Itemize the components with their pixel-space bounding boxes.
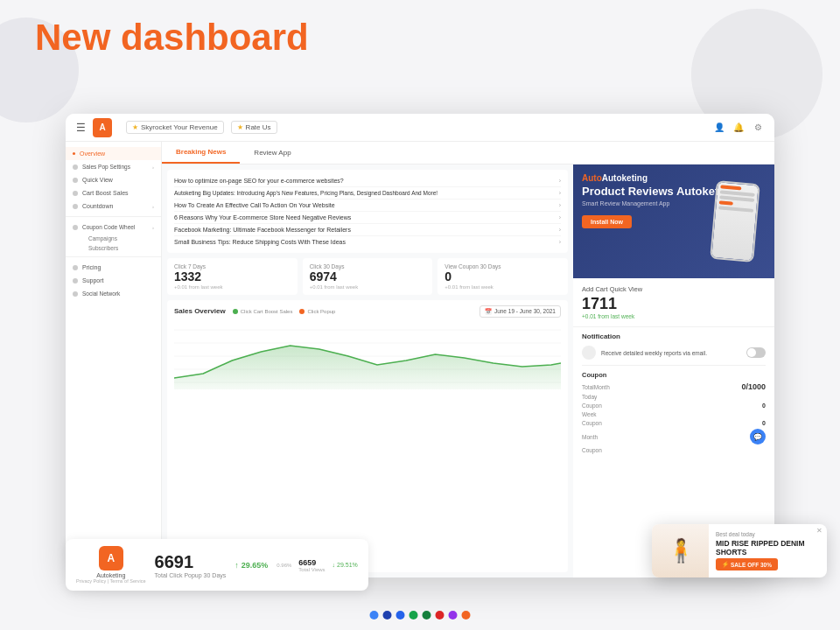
topbar: ☰ A ★ Skyrocket Your Revenue ★ Rate Us 👤… [66, 114, 774, 142]
coupon-today-val-row: Coupon 0 [582, 402, 766, 409]
legend-dot-green [233, 309, 238, 314]
chevron-right-icon-3: › [152, 225, 154, 230]
arrow-up-icon: ↑ [234, 561, 239, 570]
deal-person-image: 🧍 [667, 537, 695, 564]
footer-sub-stat-2: 6659 Total Views [298, 558, 325, 572]
skyrocket-btn[interactable]: ★ Skyrocket Your Revenue [126, 121, 224, 134]
notification-toggle[interactable] [746, 347, 766, 358]
footer-logo: A Autoketing Privacy Policy | Terms of S… [76, 546, 146, 584]
notif-avatar [582, 346, 596, 360]
sidebar-item-cart-boost[interactable]: Cart Boost Sales [66, 186, 161, 200]
sidebar-item-overview[interactable]: Overview [66, 147, 161, 160]
footer-badge-2: ↓ 29.51% [332, 562, 358, 568]
phone-mockup [710, 180, 760, 262]
settings-icon[interactable]: ⚙ [752, 122, 764, 134]
sidebar-item-quickview[interactable]: Quick View [66, 173, 161, 186]
content-area: Breaking News Review App How to optimize… [162, 142, 774, 578]
tab-bar: Breaking News Review App [162, 142, 774, 164]
chart-svg [174, 321, 561, 391]
footer-stat-2-row: 0.96% 6659 Total Views ↓ 29.51% [276, 558, 357, 572]
promo-banner: AutoAutoketing Product Reviews Autoketin… [573, 164, 774, 278]
dot-8[interactable] [462, 611, 471, 620]
news-item-4[interactable]: 6 Reasons Why Your E-commerce Store Need… [174, 212, 561, 224]
phone-line-1 [720, 185, 741, 190]
chat-icon[interactable]: 💬 [750, 429, 766, 444]
footer-badge-1: ↑ 29.65% [234, 561, 268, 570]
coupon-wheel-dot [73, 225, 78, 230]
news-item-6[interactable]: Small Business Tips: Reduce Shipping Cos… [174, 236, 561, 248]
main-content: Overview Sales Pop Settings › Quick View… [66, 142, 774, 578]
tab-breaking-news[interactable]: Breaking News [162, 142, 240, 164]
overview-dot [73, 152, 75, 155]
bell-icon[interactable]: 🔔 [732, 122, 745, 134]
menu-icon[interactable]: ☰ [76, 122, 86, 134]
chevron-right-news-1: › [559, 178, 561, 184]
dashboard-container: ☰ A ★ Skyrocket Your Revenue ★ Rate Us 👤… [66, 114, 774, 578]
cart-quickview: Add Cart Quick View 1711 +0.01 from last… [573, 278, 774, 327]
sidebar-item-sales-pop[interactable]: Sales Pop Settings › [66, 160, 161, 173]
dot-7[interactable] [449, 611, 458, 620]
sidebar-item-social[interactable]: Social Network [66, 287, 161, 300]
left-panel: How to optimize on-page SEO for your e-c… [162, 164, 573, 578]
news-list: How to optimize on-page SEO for your e-c… [167, 170, 568, 253]
chevron-right-news-3: › [559, 202, 561, 208]
sidebar-item-coupon-wheel[interactable]: Coupon Code Wheel › [66, 220, 161, 234]
legend-cart-boost: Click Cart Boost Sales [233, 309, 293, 314]
chart-section: Sales Overview Click Cart Boost Sales Cl… [167, 300, 568, 572]
stat-card-1: Click 7 Days 1332 +0.01 from last week [167, 258, 298, 295]
notif-row: Receive detailed weekly reports via emai… [582, 346, 766, 360]
deal-sale-btn[interactable]: ⚡ SALE OFF 30% [716, 558, 778, 570]
support-dot [73, 278, 78, 284]
dot-3[interactable] [396, 611, 405, 620]
footer-sub-stat-1: 0.96% [276, 563, 291, 568]
deal-image: 🧍 [652, 524, 709, 578]
deal-popup: 🧍 Best deal today MID RISE RIPPED DENIM … [652, 524, 827, 578]
dot-2[interactable] [383, 611, 392, 620]
dot-1[interactable] [370, 611, 379, 620]
coupon-month-row: Month 💬 [582, 429, 766, 444]
sidebar-item-countdown[interactable]: Countdown › [66, 200, 161, 213]
page-title: New dashboard [35, 16, 309, 60]
sidebar-item-support[interactable]: Support [66, 274, 161, 287]
chevron-right-news-4: › [559, 214, 561, 220]
quickview-dot [73, 178, 78, 183]
footer-stat-2: 0.96% 6659 Total Views ↓ 29.51% [276, 558, 357, 572]
dot-6[interactable] [436, 611, 444, 620]
news-item-5[interactable]: Facebook Marketing: Ultimate Facebook Me… [174, 224, 561, 236]
sidebar-sub: Campaigns Subscribers [66, 234, 161, 253]
tab-review-app[interactable]: Review App [240, 142, 304, 164]
chevron-right-icon: › [152, 164, 154, 170]
sidebar-divider-1 [66, 216, 161, 217]
deal-close-btn[interactable]: ✕ [816, 527, 822, 535]
news-item-2[interactable]: Autoketing Big Updates: Introducing App'… [174, 187, 561, 200]
chevron-right-news-6: › [559, 239, 561, 245]
coupon-today-row: Today [582, 394, 766, 400]
deal-content: Best deal today MID RISE RIPPED DENIM SH… [709, 524, 827, 578]
sidebar-item-subscribers[interactable]: Subscribers [81, 243, 161, 253]
coupon-month-coupon-row: Coupon [582, 447, 766, 453]
dot-5[interactable] [423, 611, 431, 620]
stat-card-2: Click 30 Days 6974 +0.01 from last week [303, 258, 433, 295]
dot-4[interactable] [410, 611, 418, 620]
sidebar: Overview Sales Pop Settings › Quick View… [66, 142, 162, 578]
sidebar-divider-2 [66, 256, 161, 257]
cart-boost-dot [73, 191, 78, 196]
pricing-dot [73, 265, 78, 270]
news-item-1[interactable]: How to optimize on-page SEO for your e-c… [174, 175, 561, 187]
coupon-section: Coupon TotalMonth 0/1000 Today Coupon 0 [582, 365, 766, 453]
calendar-icon: 📅 [485, 308, 492, 315]
legend-click-popup: Click Popup [299, 309, 335, 314]
chevron-right-icon-2: › [152, 204, 154, 209]
user-icon[interactable]: 👤 [713, 122, 725, 134]
chart-date[interactable]: 📅 June 19 - June 30, 2021 [480, 305, 561, 318]
legend-dot-orange [299, 309, 304, 314]
sidebar-item-campaigns[interactable]: Campaigns [81, 234, 161, 243]
sidebar-item-pricing[interactable]: Pricing [66, 261, 161, 274]
toggle-knob [747, 348, 756, 357]
stat-card-3: View Coupon 30 Days 0 +0.01 from last we… [438, 258, 568, 295]
star-icon: ★ [132, 123, 138, 131]
rate-btn[interactable]: ★ Rate Us [231, 121, 277, 134]
install-btn[interactable]: Install Now [582, 215, 632, 228]
news-item-3[interactable]: How To Create An Effective Call To Actio… [174, 200, 561, 212]
right-panel: AutoAutoketing Product Reviews Autoketin… [573, 164, 774, 578]
